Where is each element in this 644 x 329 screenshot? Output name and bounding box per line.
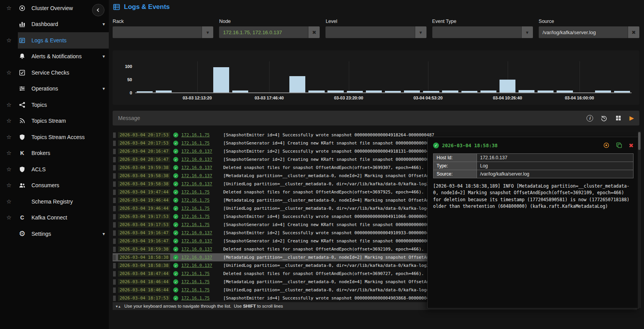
star-icon[interactable]: ☆: [0, 113, 18, 129]
star-icon[interactable]: ☆: [0, 0, 18, 16]
check-circle-icon: ✓: [173, 206, 178, 211]
log-timestamp: 2026-03-04 20:16:47: [118, 157, 170, 162]
record-icon[interactable]: [603, 142, 610, 149]
copy-icon[interactable]: [616, 142, 623, 149]
node-ip-link[interactable]: 172.16.1.75: [181, 206, 219, 211]
chevron-down-icon[interactable]: ▾: [202, 26, 213, 38]
node-filter-value[interactable]: 172.16.1.75, 172.16.0.137: [219, 26, 308, 38]
scrollbar-thumb[interactable]: [638, 132, 641, 150]
info-icon[interactable]: i: [587, 115, 593, 122]
log-timestamp: 2026-03-04 19:17:53: [118, 222, 170, 228]
dashboard-icon: [18, 20, 26, 28]
log-timestamp: 2026-03-04 19:58:38: [118, 173, 170, 179]
sidebar-row: ⚙Settings▾: [0, 226, 109, 242]
histogram-bar: [423, 91, 439, 92]
node-ip-link[interactable]: 172.16.0.137: [181, 247, 219, 252]
severity-indicator: [113, 181, 116, 187]
node-ip-link[interactable]: 172.16.1.75: [181, 214, 219, 219]
histogram-bar: [557, 91, 573, 92]
message-search-input[interactable]: [118, 115, 587, 121]
field-value: Log: [477, 162, 633, 170]
check-circle-icon: ✓: [173, 222, 178, 227]
node-ip-link[interactable]: 172.16.1.75: [181, 279, 219, 284]
logs-icon: [18, 37, 26, 44]
node-ip-link[interactable]: 172.16.0.137: [181, 238, 219, 244]
sidebar-item-consumers[interactable]: Consumers: [18, 178, 109, 194]
node-ip-link[interactable]: 172.16.1.75: [181, 287, 219, 292]
sidebar-row: ☆Topics: [0, 97, 109, 113]
node-ip-link[interactable]: 172.16.1.75: [181, 198, 219, 203]
log-timestamp: 2026-03-04 20:16:47: [118, 148, 170, 154]
clear-icon[interactable]: ✖: [628, 26, 639, 38]
event-type-select[interactable]: [432, 26, 521, 38]
severity-indicator: [113, 263, 116, 268]
y-axis-tick-label: 0: [116, 91, 132, 95]
sidebar-item-topics-stream[interactable]: Topics Stream: [18, 113, 109, 129]
star-icon[interactable]: ☆: [0, 193, 18, 210]
sidebar-item-operations[interactable]: Operations▾: [18, 81, 109, 97]
node-ip-link[interactable]: 172.16.0.137: [181, 173, 219, 178]
node-ip-link[interactable]: 172.16.0.137: [181, 165, 219, 170]
star-icon[interactable]: ☆: [0, 32, 18, 49]
node-ip-link[interactable]: 172.16.1.75: [181, 190, 219, 195]
rack-select[interactable]: [113, 26, 202, 38]
star-icon[interactable]: ☆: [0, 129, 18, 145]
star-icon[interactable]: ☆: [0, 178, 18, 194]
log-message: Deleted snapshot files for snapshot Offs…: [223, 190, 424, 195]
filter-label: Rack: [113, 19, 213, 24]
field-label: Type:: [433, 162, 477, 170]
sidebar-item-acls[interactable]: ACLS: [18, 161, 109, 178]
x-axis-tick-label: 03-03 12:13:20: [183, 96, 212, 100]
sidebar-item-settings[interactable]: ⚙Settings▾: [18, 226, 109, 242]
log-timestamp: 2026-03-04 18:47:44: [118, 271, 170, 277]
node-ip-link[interactable]: 172.16.0.137: [181, 149, 219, 154]
history-icon[interactable]: [600, 115, 607, 122]
sidebar-item-kafka-connect[interactable]: CKafka Connect: [18, 210, 109, 226]
sidebar-item-logs-events[interactable]: Logs & Events: [18, 32, 109, 49]
run-query-icon[interactable]: ▶: [629, 115, 634, 122]
node-ip-link[interactable]: 172.16.1.75: [181, 271, 219, 276]
node-ip-link[interactable]: 172.16.0.137: [181, 157, 219, 162]
level-select[interactable]: [325, 26, 414, 38]
node-ip-link[interactable]: 172.16.0.137: [181, 230, 219, 235]
sidebar-item-topics-stream-access[interactable]: Topics Stream Access: [18, 129, 109, 145]
clear-icon[interactable]: ✖: [308, 26, 320, 38]
node-ip-link[interactable]: 172.16.0.137: [181, 255, 219, 260]
log-list-scrollbar[interactable]: [638, 131, 641, 308]
chevron-left-icon: [95, 7, 101, 13]
star-icon[interactable]: ☆: [0, 64, 18, 81]
log-message: [SnapshotEmitter id=4] Successfully wrot…: [223, 296, 434, 301]
log-message: Deleted snapshot files for snapshot Offs…: [223, 247, 424, 252]
check-circle-icon: ✓: [173, 263, 178, 268]
sidebar-collapse-button[interactable]: [92, 4, 104, 16]
node-ip-link[interactable]: 172.16.1.75: [181, 296, 219, 301]
node-ip-link[interactable]: 172.16.1.75: [181, 141, 219, 146]
sidebar-item-topics[interactable]: Topics: [18, 97, 109, 113]
star-icon[interactable]: ☆: [0, 210, 18, 226]
star-icon[interactable]: ☆: [0, 97, 18, 113]
sidebar-item-dashboard[interactable]: Dashboard▾: [18, 16, 109, 33]
sidebar-item-alerts-notifications[interactable]: Alerts & Notifications▾: [18, 49, 109, 65]
sidebar-row: ☆CKafka Connect: [0, 210, 109, 226]
chevron-down-icon[interactable]: ▾: [521, 26, 533, 38]
node-ip-link[interactable]: 172.16.1.75: [181, 132, 219, 138]
sidebar-item-schema-registry[interactable]: Schema Registry: [18, 193, 109, 210]
node-ip-link[interactable]: 172.16.0.137: [181, 181, 219, 186]
histogram-bar: [500, 80, 515, 92]
log-timestamp: 2026-03-04 18:17:53: [118, 295, 170, 301]
chevron-down-icon: ▾: [103, 54, 105, 59]
sidebar-item-service-checks[interactable]: Service Checks: [18, 64, 109, 81]
sidebar-item-brokers[interactable]: KBrokers: [18, 145, 109, 162]
detail-timestamp: 2026-03-04 18:58:38: [442, 143, 603, 148]
star-icon[interactable]: ☆: [0, 161, 18, 178]
close-icon[interactable]: ✖: [628, 143, 634, 148]
severity-indicator: [113, 222, 116, 228]
star-icon[interactable]: ☆: [0, 145, 18, 162]
x-axis-tick-label: 03-04 04:53:20: [413, 96, 442, 100]
star-icon: [0, 16, 18, 33]
source-filter-value[interactable]: /var/log/kafka/server.log: [539, 26, 628, 38]
grid-view-icon[interactable]: [615, 115, 622, 122]
chevron-down-icon[interactable]: ▾: [415, 26, 426, 38]
node-ip-link[interactable]: 172.16.0.137: [181, 263, 219, 268]
node-ip-link[interactable]: 172.16.1.75: [181, 222, 219, 227]
